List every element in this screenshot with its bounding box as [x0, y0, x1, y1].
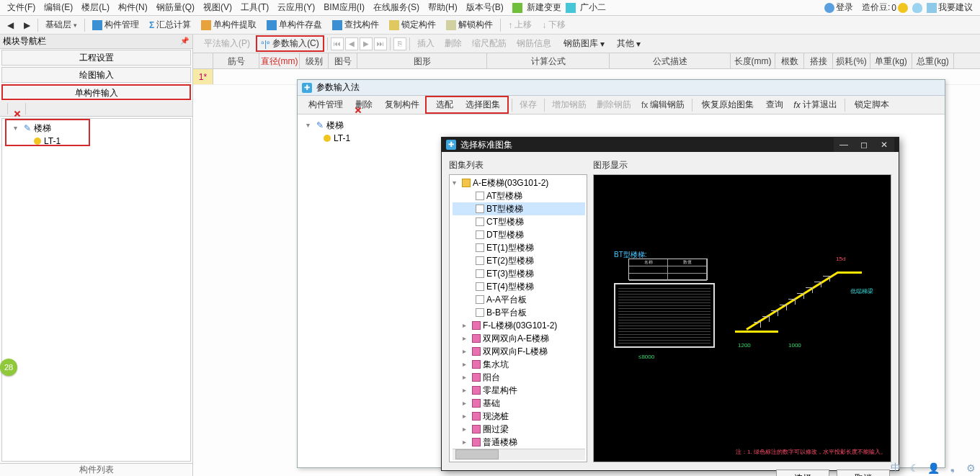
notification-badge[interactable]: 28: [0, 359, 17, 376]
param-input-button[interactable]: ᵃ|ᵉ参数输入(C): [256, 35, 324, 52]
price-beans[interactable]: 造价豆:0: [858, 0, 912, 15]
atlas-group-dbl-ae[interactable]: ▸双网双向A-E楼梯: [453, 332, 585, 345]
rebar-info-button[interactable]: 钢筋信息: [512, 36, 556, 51]
tb-nav-2[interactable]: ▶: [19, 19, 35, 32]
gxe-button[interactable]: 广小二: [576, 0, 610, 15]
menu-help[interactable]: 帮助(H): [424, 0, 462, 15]
tb-nav-1[interactable]: ◀: [3, 19, 18, 32]
atlas-group-fl[interactable]: ▸F-L楼梯(03G101-2): [453, 319, 585, 332]
expand-icon[interactable]: ▸: [463, 410, 470, 423]
col-lap[interactable]: 搭接: [804, 53, 833, 68]
move-up-button[interactable]: ↑上移: [504, 17, 536, 32]
expand-icon[interactable]: ▸: [463, 371, 470, 384]
ptree-root[interactable]: ▾ ✎ 楼梯: [303, 119, 939, 132]
sum-calc-button[interactable]: Σ汇总计算: [145, 17, 195, 32]
menu-file[interactable]: 文件(F): [3, 0, 40, 15]
pw-calc-exit-button[interactable]: fx计算退出: [789, 97, 841, 112]
tray-moon-icon[interactable]: ☾: [908, 462, 921, 475]
nav-extra[interactable]: ⎘: [393, 37, 406, 50]
col-total-weight[interactable]: 总重(kg): [912, 53, 954, 68]
horizontal-scrollbar[interactable]: [453, 449, 585, 460]
col-level[interactable]: 级别: [300, 53, 329, 68]
pw-match-button[interactable]: 选配: [429, 97, 458, 112]
col-loss[interactable]: 损耗(%): [833, 53, 870, 68]
col-formula-desc[interactable]: 公式描述: [610, 53, 731, 68]
other-button[interactable]: 其他▾: [610, 36, 645, 51]
single-extract-button[interactable]: 单构件提取: [197, 17, 261, 32]
nav-tab-project-settings[interactable]: 工程设置: [1, 50, 191, 66]
atlas-group-pile[interactable]: ▸现浇桩: [453, 410, 585, 423]
nav-prev[interactable]: ◀: [345, 37, 358, 50]
atlas-leaf-at[interactable]: AT型楼梯: [453, 189, 585, 202]
pw-del-rebar-button[interactable]: 删除钢筋: [592, 97, 636, 112]
atlas-list-box[interactable]: ▾A-E楼梯(03G101-2) AT型楼梯 BT型楼梯 CT型楼梯 DT型楼梯…: [449, 174, 587, 462]
find-component-button[interactable]: 查找构件: [328, 17, 383, 32]
new-change-button[interactable]: 新建变更: [522, 0, 566, 15]
minimize-button[interactable]: —: [834, 138, 854, 152]
scale-rebar-button[interactable]: 缩尺配筋: [468, 36, 511, 51]
col-unit-weight[interactable]: 单重(kg): [870, 53, 912, 68]
expand-icon[interactable]: ▸: [463, 319, 470, 332]
atlas-leaf-et4[interactable]: ET(4)型楼梯: [453, 280, 585, 293]
col-diameter[interactable]: 直径(mm): [259, 53, 300, 68]
expand-icon[interactable]: ▸: [463, 358, 470, 371]
atlas-group-balcony[interactable]: ▸阳台: [453, 371, 585, 384]
rebar-lib-button[interactable]: 钢筋图库▾: [557, 36, 609, 51]
dialog-titlebar[interactable]: ✚ 选择标准图集 — ◻ ✕: [442, 138, 899, 152]
atlas-leaf-et3[interactable]: ET(3)型楼梯: [453, 267, 585, 280]
collapse-icon[interactable]: ▾: [306, 119, 313, 132]
insert-button[interactable]: 插入: [413, 36, 439, 51]
atlas-group-misc[interactable]: ▸零星构件: [453, 384, 585, 397]
atlas-leaf-bt[interactable]: BT型楼梯: [453, 202, 585, 215]
tray-comma-icon[interactable]: ❟: [945, 462, 958, 475]
col-formula[interactable]: 计算公式: [487, 53, 610, 68]
atlas-group-foundation[interactable]: ▸基础: [453, 397, 585, 410]
unlock-component-button[interactable]: 解锁构件: [442, 17, 497, 32]
nav-first[interactable]: ⏮: [331, 37, 344, 50]
menu-online[interactable]: 在线服务(S): [369, 0, 424, 15]
pw-manage-button[interactable]: 构件管理: [302, 97, 347, 112]
pw-query-button[interactable]: 查询: [760, 97, 788, 112]
col-jinhao[interactable]: 筋号: [213, 53, 259, 68]
atlas-group-common-stair[interactable]: ▸普通楼梯: [453, 436, 585, 449]
nav-tab-draw-input[interactable]: 绘图输入: [1, 67, 191, 83]
suggest-button[interactable]: 我要建议: [922, 0, 977, 15]
menu-component[interactable]: 构件(N): [114, 0, 152, 15]
atlas-root-ae[interactable]: ▾A-E楼梯(03G101-2): [453, 176, 585, 189]
login-button[interactable]: 登录: [820, 0, 858, 15]
base-layer-dropdown[interactable]: 基础层 ▾: [41, 17, 81, 32]
menu-floor[interactable]: 楼层(L): [77, 0, 114, 15]
expand-icon[interactable]: ▸: [463, 397, 470, 410]
tray-user-icon[interactable]: 👤: [927, 462, 940, 475]
pw-edit-rebar-button[interactable]: fx编辑钢筋: [637, 97, 689, 112]
expand-icon[interactable]: ▸: [463, 423, 470, 436]
delete-button[interactable]: 删除: [440, 36, 466, 51]
atlas-leaf-aa[interactable]: A-A平台板: [453, 293, 585, 306]
atlas-group-ringbeam[interactable]: ▸圈过梁: [453, 423, 585, 436]
atlas-leaf-et2[interactable]: ET(2)型楼梯: [453, 254, 585, 267]
menu-view[interactable]: 视图(V): [199, 0, 236, 15]
cancel-button[interactable]: 取消: [837, 470, 890, 476]
maximize-button[interactable]: ◻: [854, 138, 874, 152]
tray-ime-icon[interactable]: 中: [889, 462, 902, 475]
atlas-leaf-bb[interactable]: B-B平台板: [453, 306, 585, 319]
expand-icon[interactable]: ▸: [463, 384, 470, 397]
pw-select-atlas-button[interactable]: 选择图集: [459, 97, 504, 112]
lock-component-button[interactable]: 锁定构件: [385, 17, 440, 32]
move-down-button[interactable]: ↓下移: [538, 17, 570, 32]
component-manage-button[interactable]: 构件管理: [88, 17, 143, 32]
col-count[interactable]: 根数: [775, 53, 804, 68]
menu-edit[interactable]: 编辑(E): [40, 0, 77, 15]
expand-icon[interactable]: ▸: [463, 332, 470, 345]
collapse-icon[interactable]: ▾: [453, 176, 460, 189]
menu-bim[interactable]: BIM应用(I): [319, 0, 369, 15]
nav-next[interactable]: ▶: [360, 37, 373, 50]
pw-copy-button[interactable]: 复制构件: [378, 97, 424, 112]
cloud-icon[interactable]: [912, 3, 922, 13]
drawing-preview[interactable]: BT型楼梯: 名称数值: [593, 174, 891, 462]
menu-rebar-qty[interactable]: 钢筋量(Q): [152, 0, 199, 15]
nav-tab-single-input[interactable]: 单构件输入: [1, 84, 191, 100]
param-window-titlebar[interactable]: ✚ 参数输入法: [298, 80, 945, 96]
nav-pin-icon[interactable]: 📌: [179, 37, 190, 47]
col-shape[interactable]: 图形: [357, 53, 487, 68]
